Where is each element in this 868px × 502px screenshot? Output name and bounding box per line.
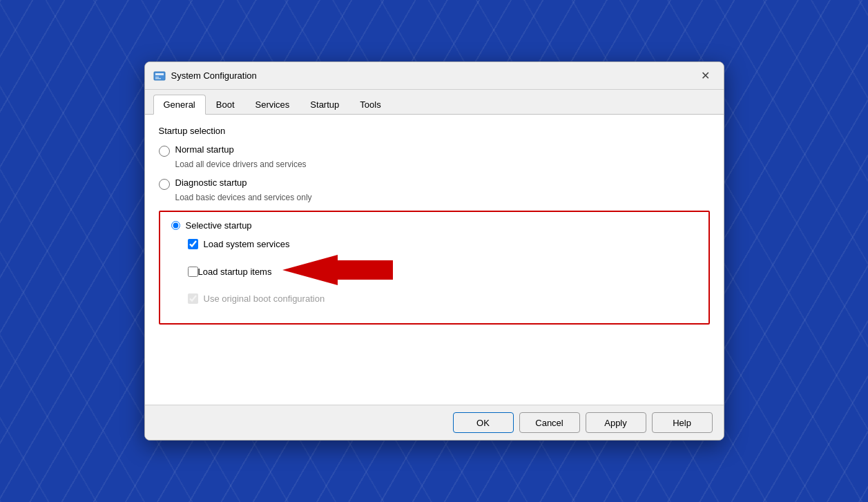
tab-services[interactable]: Services — [245, 95, 300, 115]
ok-button[interactable]: OK — [453, 412, 514, 433]
diagnostic-startup-radio[interactable] — [159, 179, 170, 190]
help-button[interactable]: Help — [652, 412, 713, 433]
diagnostic-startup-label[interactable]: Diagnostic startup — [175, 177, 247, 188]
use-original-boot-label: Use original boot configuration — [204, 293, 325, 304]
diagnostic-startup-option: Diagnostic startup — [159, 177, 710, 190]
footer: OK Cancel Apply Help — [145, 405, 724, 440]
normal-startup-desc: Load all device drivers and services — [175, 160, 710, 169]
tab-boot[interactable]: Boot — [206, 95, 245, 115]
selective-startup-header: Selective startup — [171, 220, 697, 231]
tab-bar: General Boot Services Startup Tools — [145, 90, 724, 115]
section-label: Startup selection — [159, 126, 710, 136]
tab-startup[interactable]: Startup — [300, 95, 349, 115]
load-system-services-checkbox[interactable] — [188, 239, 198, 249]
tab-general[interactable]: General — [153, 95, 206, 115]
svg-marker-4 — [282, 255, 393, 285]
selective-startup-box: Selective startup Load system services L… — [159, 211, 710, 325]
load-system-services-row: Load system services — [188, 239, 697, 249]
title-bar: System Configuration ✕ — [145, 62, 724, 90]
cancel-button[interactable]: Cancel — [519, 412, 580, 433]
load-startup-items-label[interactable]: Load startup items — [198, 267, 272, 277]
svg-rect-3 — [155, 78, 161, 79]
system-configuration-dialog: System Configuration ✕ General Boot Serv… — [144, 61, 724, 441]
load-startup-items-row: Load startup items — [188, 255, 697, 288]
content-area: Startup selection Normal startup Load al… — [145, 115, 724, 405]
selective-startup-radio[interactable] — [171, 221, 180, 230]
annotation-arrow — [282, 255, 393, 288]
svg-rect-1 — [155, 73, 164, 75]
dialog-title: System Configuration — [171, 70, 691, 81]
diagnostic-startup-desc: Load basic devices and services only — [175, 193, 710, 202]
tab-tools[interactable]: Tools — [349, 95, 391, 115]
normal-startup-radio[interactable] — [159, 146, 170, 157]
use-original-boot-checkbox[interactable] — [188, 293, 198, 304]
load-startup-items-checkbox[interactable] — [188, 267, 198, 277]
use-original-boot-row: Use original boot configuration — [188, 293, 697, 304]
apply-button[interactable]: Apply — [586, 412, 646, 433]
load-system-services-label[interactable]: Load system services — [204, 239, 290, 249]
dialog-icon — [153, 70, 166, 82]
close-button[interactable]: ✕ — [696, 66, 715, 86]
normal-startup-option: Normal startup — [159, 144, 710, 157]
selective-startup-label[interactable]: Selective startup — [186, 220, 252, 231]
svg-rect-2 — [155, 77, 159, 78]
normal-startup-label[interactable]: Normal startup — [175, 144, 234, 155]
